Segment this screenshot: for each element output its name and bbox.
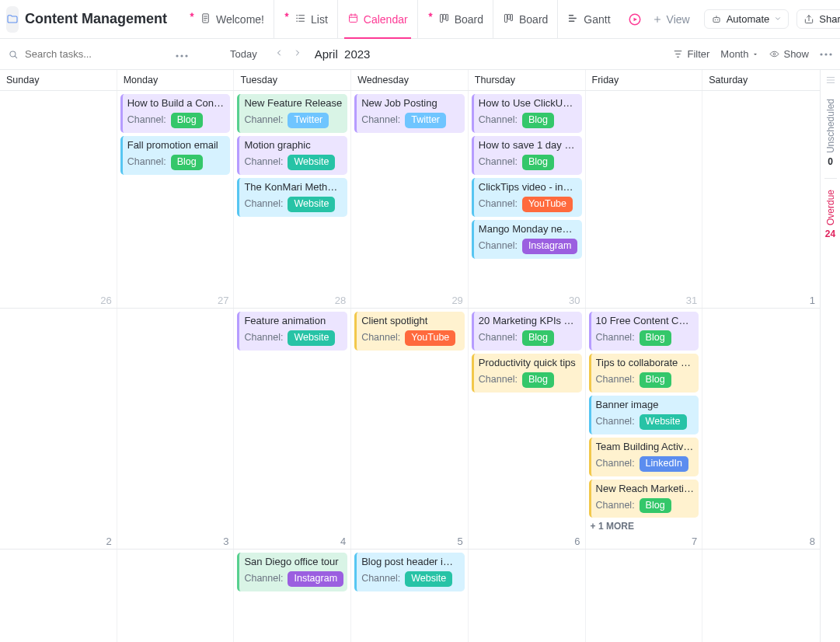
tab-calendar[interactable]: Calendar — [337, 0, 417, 38]
calendar-icon — [347, 12, 359, 26]
year-label: 2023 — [344, 47, 370, 61]
tab-welcome-[interactable]: Welcome! — [180, 0, 274, 38]
search-input[interactable] — [23, 47, 140, 61]
calendar-event[interactable]: San Diego office tour Channel: Instagram — [237, 553, 347, 591]
tab-board[interactable]: Board — [493, 0, 557, 38]
record-button[interactable] — [628, 9, 642, 30]
more-events-link[interactable]: + 1 MORE — [589, 518, 699, 535]
calendar-event[interactable]: How to Use ClickUp to Channel: Blog — [472, 94, 582, 133]
calendar-event[interactable]: Productivity quick tips Channel: Blog — [472, 354, 582, 393]
unscheduled-count: 0 — [828, 156, 833, 167]
channel-label: Channel: — [244, 332, 283, 344]
next-month-button[interactable] — [290, 45, 305, 63]
calendar-day[interactable]: 10 Free Content Calend Channel: BlogTips… — [586, 309, 703, 549]
automate-button[interactable]: Automate — [704, 9, 789, 29]
calendar-event[interactable]: How to Build a Content Channel: Blog — [120, 94, 231, 133]
range-select[interactable]: Month — [720, 48, 758, 60]
calendar-event[interactable]: Team Building Activitie Channel: LinkedI… — [589, 438, 699, 476]
svg-rect-4 — [349, 15, 357, 22]
svg-point-21 — [824, 53, 827, 55]
channel-label: Channel: — [361, 332, 400, 344]
calendar-event[interactable]: Tips to collaborate effe Channel: Blog — [589, 354, 699, 393]
calendar-day[interactable]: New Feature Release Channel: TwitterMoti… — [234, 91, 351, 308]
calendar-event[interactable]: Banner image Channel: Website — [589, 396, 699, 434]
calendar-day[interactable]: 10 — [117, 550, 235, 642]
calendar-event[interactable]: New Feature Release Channel: Twitter — [237, 94, 347, 133]
event-title: Client spotlight — [361, 315, 460, 327]
svg-point-2 — [296, 17, 298, 19]
tab-label: Board — [519, 13, 548, 26]
calendar-event[interactable]: New Reach Marketing: Channel: Blog — [589, 480, 699, 518]
calendar-day[interactable]: 15 — [702, 550, 820, 642]
calendar-day[interactable]: 8 — [702, 309, 820, 549]
event-title: How to Build a Content — [127, 97, 226, 110]
calendar-event[interactable]: Feature animation Channel: Website — [237, 312, 347, 351]
calendar-day[interactable]: Client spotlight Channel: YouTube5 — [351, 309, 469, 549]
calendar-event[interactable]: Fall promotion email Channel: Blog — [120, 136, 231, 175]
filter-button[interactable]: Filter — [673, 48, 709, 60]
channel-label: Channel: — [479, 114, 518, 127]
svg-rect-9 — [507, 14, 510, 19]
tab-list[interactable]: List — [274, 0, 337, 38]
tab-board[interactable]: Board — [417, 0, 493, 38]
svg-rect-6 — [443, 14, 445, 19]
calendar-day[interactable]: 31 — [586, 91, 703, 308]
dow-header: Friday — [586, 70, 703, 90]
calendar-event[interactable]: Client spotlight Channel: YouTube — [354, 312, 465, 351]
calendar-day[interactable]: 1 — [702, 91, 820, 308]
calendar-event[interactable]: 20 Marketing KPIs You Channel: Blog — [472, 312, 582, 351]
calendar-event[interactable]: Mango Monday new en Channel: Instagram — [472, 220, 582, 259]
calendar-day[interactable]: 9 — [0, 550, 117, 642]
calendar-event[interactable]: The KonMari Method fo Channel: Website — [237, 178, 347, 217]
svg-rect-7 — [446, 14, 448, 20]
chevron-right-icon — [293, 48, 302, 58]
plus-icon — [653, 15, 662, 24]
calendar-day[interactable]: San Diego office tour Channel: Instagram… — [234, 550, 351, 642]
calendar-event[interactable]: ClickTips video - inbox Channel: YouTube — [472, 178, 582, 217]
today-button[interactable]: Today — [224, 47, 263, 61]
calendar-day[interactable]: Feature animation Channel: Website4 — [234, 309, 351, 549]
overdue-count: 24 — [825, 229, 835, 239]
pin-icon — [427, 12, 434, 18]
toolbar-more-button[interactable] — [820, 53, 832, 56]
calendar-day[interactable]: 2 — [0, 309, 117, 549]
svg-point-14 — [716, 19, 717, 19]
show-button[interactable]: Show — [769, 48, 809, 60]
search-more-button[interactable] — [171, 48, 193, 60]
day-number: 30 — [569, 295, 580, 306]
calendar-day[interactable]: How to Use ClickUp to Channel: BlogHow t… — [469, 91, 586, 308]
svg-rect-5 — [440, 14, 442, 22]
event-title: How to save 1 day eve — [479, 139, 577, 152]
calendar-event[interactable]: Motion graphic Channel: Website — [237, 136, 347, 175]
calendar-event[interactable]: New Job Posting Channel: Twitter — [354, 94, 465, 133]
sidebar-toggle[interactable] — [825, 75, 836, 88]
calendar-day[interactable]: 26 — [0, 91, 117, 308]
calendar-event[interactable]: Blog post header imag Channel: Website — [354, 553, 465, 591]
calendar-day[interactable]: How to Build a Content Channel: BlogFall… — [117, 91, 235, 308]
search-box[interactable] — [8, 47, 163, 61]
channel-badge: LinkedIn — [640, 456, 688, 472]
calendar-day[interactable]: 13 — [469, 550, 586, 642]
dow-header: Thursday — [469, 70, 586, 90]
calendar-day[interactable]: 20 Marketing KPIs You Channel: BlogProdu… — [469, 309, 586, 549]
event-title: 20 Marketing KPIs You — [479, 315, 577, 327]
prev-month-button[interactable] — [271, 45, 287, 63]
calendar-day[interactable]: New Job Posting Channel: Twitter29 — [351, 91, 469, 308]
sidebar-unscheduled[interactable]: Unscheduled 0 — [825, 99, 836, 167]
calendar-event[interactable]: 10 Free Content Calend Channel: Blog — [589, 312, 699, 351]
tab-gantt[interactable]: Gantt — [557, 0, 619, 38]
calendar-day[interactable]: Blog post header imag Channel: Website12 — [351, 550, 469, 642]
event-title: 10 Free Content Calend — [596, 315, 695, 327]
folder-icon-button[interactable] — [6, 6, 19, 33]
channel-badge: Website — [640, 414, 687, 430]
share-button[interactable]: Share — [796, 9, 840, 29]
calendar-event[interactable]: How to save 1 day eve Channel: Blog — [472, 136, 582, 175]
boardpin-icon — [438, 12, 450, 26]
channel-badge: Blog — [640, 372, 671, 388]
channel-badge: Twitter — [288, 113, 329, 128]
add-view-button[interactable]: View — [645, 13, 698, 26]
calendar-day[interactable]: 3 — [117, 309, 235, 549]
sidebar-overdue[interactable]: Overdue 24 — [825, 190, 836, 239]
calendar-day[interactable]: 14 — [586, 550, 703, 642]
unscheduled-label: Unscheduled — [825, 99, 836, 153]
